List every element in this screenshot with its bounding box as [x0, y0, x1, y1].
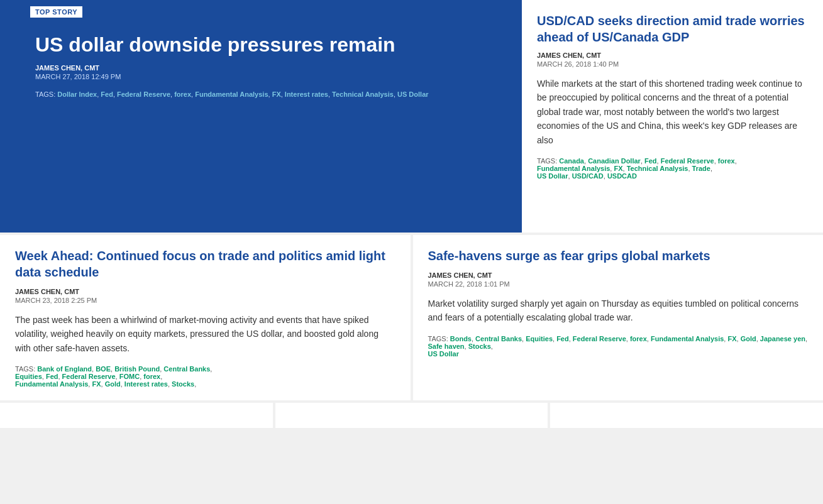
tag-fx3[interactable]: FX — [92, 380, 101, 388]
side-article-title[interactable]: USD/CAD seeks direction amid trade worri… — [537, 13, 808, 45]
article-2-tags: TAGS: Bonds, Central Banks, Equities, Fe… — [428, 335, 809, 358]
tag-forex2[interactable]: forex — [718, 157, 735, 165]
side-article-body: While markets at the start of this short… — [537, 77, 808, 147]
tag-fundamental-analysis2[interactable]: Fundamental Analysis — [537, 165, 610, 172]
top-story-date: MARCH 27, 2018 12:49 PM — [35, 73, 509, 80]
tag-federal-reserve2[interactable]: Federal Reserve — [661, 157, 714, 165]
tag-british-pound[interactable]: British Pound — [114, 365, 160, 373]
side-article: USD/CAD seeks direction amid trade worri… — [522, 0, 823, 233]
tag-federal-reserve4[interactable]: Federal Reserve — [573, 335, 626, 342]
tag-stocks2[interactable]: Stocks — [468, 342, 491, 350]
tags-label: TAGS: — [35, 90, 57, 98]
tag-fed3[interactable]: Fed — [46, 373, 58, 380]
bottom-row: Week Ahead: Continued focus on trade and… — [0, 235, 823, 400]
side-tags-label: TAGS: — [537, 157, 559, 165]
tag-dollar-index[interactable]: Dollar Index — [57, 90, 97, 98]
article-1-author: JAMES CHEN, CMT — [15, 288, 395, 295]
tag-us-dollar3[interactable]: US Dollar — [428, 350, 460, 358]
top-story-card: TOP STORY US dollar downside pressures r… — [0, 0, 522, 233]
side-article-author: JAMES CHEN, CMT — [537, 52, 808, 59]
article-2-date: MARCH 22, 2018 1:01 PM — [428, 280, 809, 288]
partial-card-1 — [0, 403, 273, 428]
tag-bonds[interactable]: Bonds — [450, 335, 472, 342]
top-story-badge: TOP STORY — [30, 6, 82, 18]
tag-boe2[interactable]: BOE — [96, 365, 111, 373]
partial-card-2 — [275, 403, 548, 428]
tag-fx[interactable]: FX — [272, 90, 281, 98]
tag-usdcad2[interactable]: USDCAD — [607, 172, 637, 180]
tag-forex4[interactable]: forex — [630, 335, 647, 342]
tag-boe[interactable]: Bank of England — [37, 365, 92, 373]
tag-safe-haven[interactable]: Safe haven — [428, 342, 465, 350]
tag-central-banks[interactable]: Central Banks — [163, 365, 210, 373]
tag-technical-analysis[interactable]: Technical Analysis — [332, 90, 394, 98]
article-card-2: Safe-havens surge as fear grips global m… — [413, 235, 824, 400]
tag-stocks[interactable]: Stocks — [172, 380, 194, 388]
tag-fed2[interactable]: Fed — [644, 157, 657, 165]
article-2-author: JAMES CHEN, CMT — [428, 271, 809, 279]
partial-row — [0, 403, 823, 428]
tag-technical-analysis2[interactable]: Technical Analysis — [627, 165, 688, 172]
tag-trade[interactable]: Trade — [692, 165, 710, 172]
top-story-author: JAMES CHEN, CMT — [35, 64, 509, 72]
tag-us-dollar[interactable]: US Dollar — [397, 90, 429, 98]
tag-central-banks2[interactable]: Central Banks — [475, 335, 522, 342]
page-wrapper: TOP STORY US dollar downside pressures r… — [0, 0, 823, 428]
article-1-title[interactable]: Week Ahead: Continued focus on trade and… — [15, 248, 395, 280]
tag-canada[interactable]: Canada — [559, 157, 584, 165]
article-1-tags: TAGS: Bank of England, BOE, British Poun… — [15, 365, 395, 388]
tag-federal-reserve[interactable]: Federal Reserve — [117, 90, 170, 98]
article-2-title[interactable]: Safe-havens surge as fear grips global m… — [428, 248, 809, 264]
tag-equities[interactable]: Equities — [15, 373, 42, 380]
tag-canadian-dollar[interactable]: Canadian Dollar — [588, 157, 641, 165]
side-article-date: MARCH 26, 2018 1:40 PM — [537, 60, 808, 68]
article-1-date: MARCH 23, 2018 2:25 PM — [15, 297, 395, 304]
tag-fundamental-analysis3[interactable]: Fundamental Analysis — [15, 380, 88, 388]
tag-forex3[interactable]: forex — [143, 373, 160, 380]
tag-fx4[interactable]: FX — [727, 335, 736, 342]
tag-gold2[interactable]: Gold — [741, 335, 756, 342]
article-1-body: The past week has been a whirlwind of ma… — [15, 313, 395, 355]
tag-fx2[interactable]: FX — [614, 165, 622, 172]
tag-japanese-yen[interactable]: Japanese yen — [760, 335, 805, 342]
side-article-tags: TAGS: Canada, Canadian Dollar, Fed, Fede… — [537, 157, 808, 180]
tag-usdcad[interactable]: USD/CAD — [572, 172, 604, 180]
tag-fundamental-analysis[interactable]: Fundamental Analysis — [195, 90, 268, 98]
article-1-tags-label: TAGS: — [15, 365, 37, 373]
article-2-body: Market volatility surged sharply yet aga… — [428, 297, 809, 325]
tag-federal-reserve3[interactable]: Federal Reserve — [62, 373, 116, 380]
tag-interest-rates2[interactable]: Interest rates — [124, 380, 168, 388]
top-story-title[interactable]: US dollar downside pressures remain — [35, 33, 509, 57]
tag-equities2[interactable]: Equities — [526, 335, 553, 342]
article-2-tags-label: TAGS: — [428, 335, 450, 342]
tag-fundamental-analysis4[interactable]: Fundamental Analysis — [651, 335, 724, 342]
tag-fed[interactable]: Fed — [101, 90, 113, 98]
tag-us-dollar2[interactable]: US Dollar — [537, 172, 568, 180]
tag-interest-rates[interactable]: Interest rates — [285, 90, 328, 98]
article-card-1: Week Ahead: Continued focus on trade and… — [0, 235, 411, 400]
top-row: TOP STORY US dollar downside pressures r… — [0, 0, 823, 233]
tag-fomc[interactable]: FOMC — [119, 373, 140, 380]
tag-gold[interactable]: Gold — [105, 380, 121, 388]
tag-forex[interactable]: forex — [174, 90, 191, 98]
top-story-tags: TAGS: Dollar Index, Fed, Federal Reserve… — [35, 90, 509, 98]
partial-card-3 — [550, 403, 823, 428]
tag-fed4[interactable]: Fed — [556, 335, 569, 342]
